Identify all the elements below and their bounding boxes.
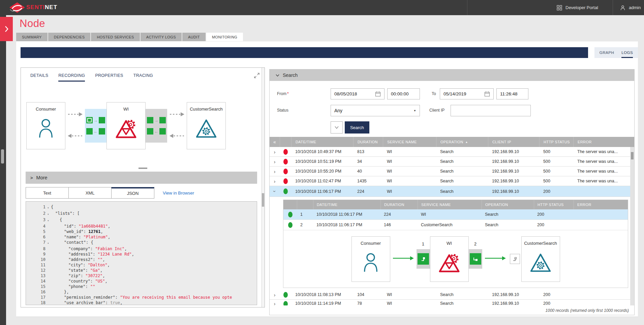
column-header-http-status[interactable]: HTTP STATUS	[539, 137, 573, 147]
row-expander[interactable]: ›	[270, 301, 280, 305]
row-expander[interactable]: ›	[270, 149, 280, 154]
detail-column-header-http-status[interactable]: HTTP STATUS	[534, 200, 574, 209]
format-tab-text[interactable]: Text	[26, 187, 69, 199]
detail-row[interactable]: 210/10/2018 11:06:17 PM146CustomerSearch…	[283, 220, 628, 230]
recording-tab-tracing[interactable]: TRACING	[133, 73, 153, 82]
fold-caret-icon[interactable]: ▾	[45, 211, 51, 217]
detail-column-header-operation[interactable]: OPERATION	[482, 200, 534, 209]
message-chip[interactable]	[510, 254, 520, 264]
fold-caret-icon[interactable]: ▾	[45, 217, 51, 224]
recording-panel-scrollbar[interactable]	[262, 68, 265, 307]
expand-nav-button[interactable]	[0, 17, 13, 41]
search-button[interactable]: Search	[345, 121, 369, 134]
expand-row-icon[interactable]: ›	[274, 159, 276, 164]
scroll-thumb[interactable]	[262, 193, 264, 207]
hop-indicator-1[interactable]: 1	[417, 249, 430, 269]
log-row[interactable]: ›10/10/2018 11:06:17 PM224WISearch192.16…	[270, 186, 634, 197]
cell-datetime: 10/10/2018 11:08:13 PM	[291, 292, 353, 297]
row-expander[interactable]: ›	[270, 189, 280, 194]
expand-row-icon[interactable]: ›	[274, 169, 276, 174]
user-menu[interactable]: admin	[620, 0, 641, 15]
message-exchange-indicator[interactable]: →←	[146, 109, 167, 143]
hop-indicator-2[interactable]: 2	[469, 249, 482, 269]
tab-summary[interactable]: SUMMARY	[16, 33, 48, 41]
code-line: 8"company": "Fabian Inc",	[26, 246, 257, 252]
log-row[interactable]: ›10/10/2018 11:08:13 PM104WISearch192.16…	[270, 290, 634, 300]
calendar-icon[interactable]	[484, 91, 490, 97]
row-expander[interactable]: ›	[270, 169, 280, 174]
from-time-field[interactable]: 00:00:00	[387, 88, 420, 99]
resize-handle[interactable]	[139, 168, 147, 169]
more-section-toggle[interactable]: > More	[26, 172, 257, 184]
toggle-graph[interactable]: GRAPH	[600, 47, 614, 58]
recording-tab-details[interactable]: DETAILS	[30, 73, 48, 82]
service-node-consumer[interactable]: Consumer	[26, 102, 65, 149]
search-section-toggle[interactable]: Search	[270, 69, 634, 81]
sentinet-logo-icon	[9, 2, 25, 13]
column-header-date-time[interactable]: DATE/TIME	[291, 137, 353, 147]
status-select[interactable]: Any ▼	[331, 105, 420, 116]
column-header-client-ip[interactable]: CLIENT IP	[488, 137, 539, 147]
expand-row-icon[interactable]: ›	[274, 292, 276, 297]
log-row[interactable]: ›10/10/2018 10:49:37 PM813WISearch192.16…	[270, 147, 634, 157]
calendar-icon[interactable]	[375, 91, 381, 97]
detail-column-header-service-name[interactable]: SERVICE NAME	[418, 200, 482, 209]
tab-monitoring[interactable]: MONITORING	[206, 33, 243, 41]
service-node-wi[interactable]: WI	[106, 102, 146, 149]
service-node-customersearch[interactable]: CustomerSearch	[521, 236, 560, 282]
developer-portal-link[interactable]: Developer Portal	[557, 0, 598, 15]
toggle-logs[interactable]: LOGS	[621, 47, 633, 58]
detail-cell: 10/10/2018 11:06:17 PM	[313, 223, 380, 227]
tab-hosted-services[interactable]: HOSTED SERVICES	[91, 33, 140, 41]
row-status	[280, 149, 291, 155]
row-expander[interactable]: ›	[270, 179, 280, 184]
collapse-all-button[interactable]: «	[270, 137, 280, 147]
message-exchange-indicator[interactable]: →←	[85, 109, 106, 143]
service-node-consumer[interactable]: Consumer	[351, 236, 390, 282]
log-row[interactable]: ›10/10/2018 11:02:47 PM1435WISearch192.1…	[270, 176, 634, 186]
code-text: "lists": [	[51, 211, 80, 217]
row-expander[interactable]: ›	[270, 159, 280, 164]
row-expander[interactable]: ›	[270, 292, 280, 297]
detail-column-header-duration[interactable]: DURATION	[380, 200, 418, 209]
fold-caret-icon[interactable]: ▾	[45, 204, 51, 211]
collapse-row-icon[interactable]: ›	[272, 190, 277, 192]
recording-tab-properties[interactable]: PROPERTIES	[95, 73, 123, 82]
column-header-duration[interactable]: DURATION	[353, 137, 383, 147]
format-tab-xml[interactable]: XML	[68, 187, 112, 199]
detail-row[interactable]: 110/10/2018 11:06:17 PM224WISearch200	[283, 209, 628, 220]
rail-scroll-thumb[interactable]	[1, 149, 4, 164]
scroll-thumb[interactable]	[631, 152, 634, 159]
column-header-operation[interactable]: OPERATION▲	[436, 137, 488, 147]
format-tab-json[interactable]: JSON	[111, 187, 154, 199]
log-row[interactable]: ›10/10/2018 10:55:20 PM40WISearch192.168…	[270, 167, 634, 176]
to-date-field[interactable]: 05/14/2019	[440, 88, 494, 99]
json-payload-viewer[interactable]: 1▾{2▾"lists": [3▾{4"id": "1a668b4481",5"…	[26, 201, 257, 305]
fold-caret-icon[interactable]: ▾	[45, 240, 51, 246]
expand-panel-button[interactable]	[254, 72, 260, 80]
dropdown-arrow-icon: ▼	[413, 109, 416, 112]
expand-row-icon[interactable]: ›	[274, 301, 276, 305]
column-header-service-name[interactable]: SERVICE NAME	[383, 137, 436, 147]
from-date-field[interactable]: 08/05/2018	[331, 88, 385, 99]
search-options-button[interactable]	[331, 121, 343, 134]
expand-row-icon[interactable]: ›	[274, 179, 276, 184]
tab-activity-logs[interactable]: ACTIVITY LOGS	[141, 33, 182, 41]
tab-audit[interactable]: AUDIT	[182, 33, 206, 41]
recording-tab-recording[interactable]: RECORDING	[58, 73, 85, 82]
expand-row-icon[interactable]: ›	[274, 149, 276, 154]
detail-column-header-date-time[interactable]: DATE/TIME	[313, 200, 380, 209]
hop-number: 1	[422, 242, 424, 246]
service-node-wi[interactable]: WI	[430, 236, 469, 282]
log-row[interactable]: ›10/10/2018 11:14:19 PM78WISearch192.168…	[270, 300, 634, 305]
column-header-error[interactable]: ERROR	[573, 137, 634, 147]
detail-column-header-error[interactable]: ERROR	[574, 200, 628, 209]
to-time-field[interactable]: 11:26:48	[496, 88, 528, 99]
log-row[interactable]: ›10/10/2018 10:51:19 PM34WISearch192.168…	[270, 157, 634, 167]
from-time-value: 00:00:00	[391, 91, 409, 96]
results-scrollbar[interactable]	[630, 137, 634, 305]
service-node-customersearch[interactable]: CustomerSearch	[187, 102, 226, 149]
view-in-browser-link[interactable]: View in Browser	[154, 187, 194, 199]
client-ip-input[interactable]	[451, 105, 531, 116]
tab-dependencies[interactable]: DEPENDENCIES	[48, 33, 91, 41]
